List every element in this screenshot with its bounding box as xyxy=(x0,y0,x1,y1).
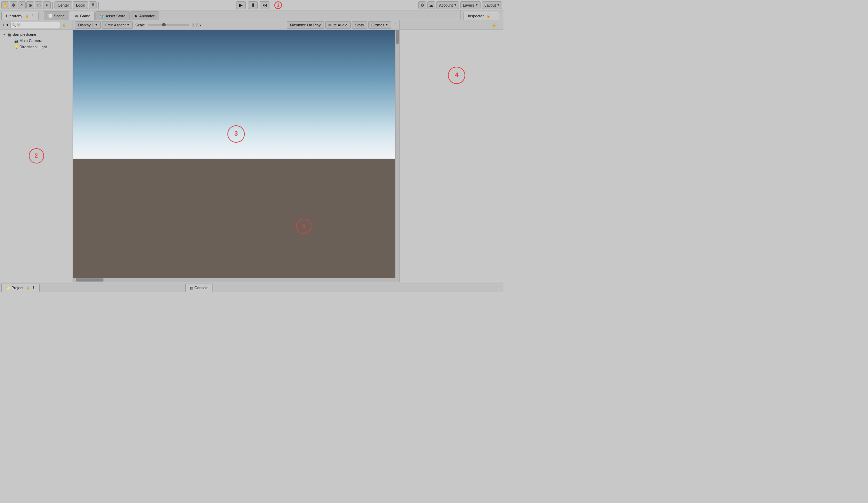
hierarchy-search-placeholder: All xyxy=(17,23,20,27)
rotate-tool-icon[interactable]: ↻ xyxy=(18,1,26,9)
game-toolbar: Display 1 ▼ Free Aspect ▼ Scale 2.25x Ma… xyxy=(73,20,399,30)
settings-icon[interactable]: ⚙ xyxy=(418,1,426,9)
inspector-menu-icon[interactable]: ⋮ xyxy=(492,14,495,18)
hier-scene-item[interactable]: ▼ 🎬 SampleScene xyxy=(0,31,73,37)
asset-store-tab-label: Asset Store xyxy=(106,14,125,18)
game-icon: 🎮 xyxy=(74,14,78,18)
tab-scene[interactable]: ⬜ Scene xyxy=(44,11,69,20)
inspector-more-btn[interactable]: ⋮ xyxy=(498,23,501,27)
play-button[interactable]: ▶ xyxy=(236,1,246,9)
game-tab-label: Game xyxy=(80,14,90,18)
mute-label: Mute Audio xyxy=(328,23,348,27)
display-dropdown-arrow: ▼ xyxy=(95,23,98,26)
layers-label: Layers xyxy=(463,3,474,7)
project-panel: 📁 Project 🔒 ⋮ + ▼ 🔍 ⊞ ⊟ ★ 👁 9 ★ Favorite… xyxy=(0,282,184,292)
light-name-label: Directional Light xyxy=(19,45,47,49)
hierarchy-more-btn[interactable]: ⋮ xyxy=(67,23,70,27)
scene-icon: ⬜ xyxy=(48,14,52,18)
annotation-4: 4 xyxy=(448,67,465,84)
light-icon: 💡 xyxy=(14,45,18,49)
project-tabs: 📁 Project 🔒 ⋮ xyxy=(0,282,184,292)
move-tool-icon[interactable]: ✥ xyxy=(10,1,17,9)
center-label: Center xyxy=(58,3,69,7)
tab-hierarchy[interactable]: Hierarchy 🔒 ⋮ xyxy=(1,12,39,20)
toolbar-right: ⚙ ☁ Account ▼ Layers ▼ Layout ▼ xyxy=(418,1,502,9)
scrollbar-bottom[interactable] xyxy=(73,278,399,282)
scene-tab-label: Scene xyxy=(54,14,65,18)
main-layout: + ▼ 🔍 All 🔒 ⋮ ▼ 🎬 SampleScene 📷 Main Cam… xyxy=(0,20,503,282)
tab-project[interactable]: 📁 Project 🔒 ⋮ xyxy=(1,284,40,292)
layout-dropdown[interactable]: Layout ▼ xyxy=(482,1,502,9)
hierarchy-add-arrow[interactable]: ▼ xyxy=(6,23,9,27)
hier-camera-item[interactable]: 📷 Main Camera xyxy=(0,37,73,44)
cloud-icon[interactable]: ☁ xyxy=(427,1,435,9)
camera-name-label: Main Camera xyxy=(19,39,42,43)
tab-inspector[interactable]: Inspector 🔒 ⋮ xyxy=(464,12,500,20)
local-label: Local xyxy=(76,3,85,7)
gizmos-dropdown-arrow: ▼ xyxy=(385,23,388,26)
hierarchy-panel: + ▼ 🔍 All 🔒 ⋮ ▼ 🎬 SampleScene 📷 Main Cam… xyxy=(0,20,73,282)
hier-light-item[interactable]: 💡 Directional Light xyxy=(0,44,73,50)
display-dropdown[interactable]: Display 1 ▼ xyxy=(75,21,101,29)
top-toolbar: ✋ ✥ ↻ ⊕ ▭ ✦ Center Local # ▶ ⏸ ⏭ 1 ⚙ ☁ A… xyxy=(0,0,503,10)
inspector-lock-btn[interactable]: 🔒 xyxy=(492,23,496,27)
hand-tool-icon[interactable]: ✋ xyxy=(1,1,9,9)
scale-slider[interactable] xyxy=(148,24,189,26)
toolbar-sep-2 xyxy=(98,2,99,9)
inspector-tab-label: Inspector xyxy=(468,14,484,18)
project-tab-label: Project xyxy=(11,286,23,290)
hierarchy-lock-btn[interactable]: 🔒 xyxy=(62,23,66,27)
maximize-on-play-btn[interactable]: Maximize On Play xyxy=(287,21,324,29)
tab-animator[interactable]: ▶ Animator xyxy=(131,11,159,20)
scene-expand-arrow: ▼ xyxy=(3,33,6,36)
hierarchy-header: + ▼ 🔍 All 🔒 ⋮ xyxy=(0,20,73,30)
layout-label: Layout xyxy=(484,3,496,7)
scale-label: Scale xyxy=(135,23,145,27)
pause-button[interactable]: ⏸ xyxy=(248,1,258,9)
game-tab-menu[interactable]: ⋮ xyxy=(456,16,459,20)
hierarchy-tab-label: Hierarchy xyxy=(6,14,22,18)
extra-tool-icon[interactable]: # xyxy=(89,1,97,9)
project-lock-icon[interactable]: 🔒 xyxy=(26,286,30,290)
hierarchy-add-button[interactable]: + xyxy=(2,23,5,27)
game-view: Display 1 ▼ Free Aspect ▼ Scale 2.25x Ma… xyxy=(73,20,399,282)
tab-asset-store[interactable]: 🏪 Asset Store xyxy=(95,11,130,20)
tabs-row: Hierarchy 🔒 ⋮ ⬜ Scene 🎮 Game 🏪 Asset Sto… xyxy=(0,10,503,20)
gizmos-dropdown[interactable]: Gizmos ▼ xyxy=(368,21,391,29)
hierarchy-search-input[interactable]: 🔍 All xyxy=(10,22,60,28)
scale-value: 2.25x xyxy=(192,23,201,27)
transform-tool-icon[interactable]: ✦ xyxy=(43,1,51,9)
scale-tool-icon[interactable]: ⊕ xyxy=(26,1,34,9)
stats-btn[interactable]: Stats xyxy=(352,21,367,29)
center-button[interactable]: Center xyxy=(55,1,72,9)
game-view-menu[interactable]: ⋮ xyxy=(394,23,397,27)
game-sky xyxy=(73,30,399,166)
console-more-btn[interactable]: ⋮ xyxy=(498,288,501,292)
toolbar-sep-1 xyxy=(52,2,53,9)
console-icon: ▤ xyxy=(190,286,193,290)
animator-tab-label: Animator xyxy=(139,14,155,18)
mute-audio-btn[interactable]: Mute Audio xyxy=(325,21,351,29)
hierarchy-menu-icon[interactable]: ⋮ xyxy=(31,14,34,18)
inspector-header: 🔒 ⋮ xyxy=(400,20,503,30)
stats-label: Stats xyxy=(355,23,364,27)
project-more-icon[interactable]: ⋮ xyxy=(32,286,35,290)
console-panel: ▤ Console ⋮ Clear ▼ Collapse Error Pause… xyxy=(184,282,503,292)
camera-icon: 📷 xyxy=(14,39,18,43)
scale-slider-thumb xyxy=(162,23,166,26)
scene-name-label: SampleScene xyxy=(12,32,36,36)
account-dropdown[interactable]: Account ▼ xyxy=(436,1,459,9)
aspect-dropdown[interactable]: Free Aspect ▼ xyxy=(102,21,133,29)
game-canvas[interactable]: 3 xyxy=(73,30,399,278)
aspect-dropdown-arrow: ▼ xyxy=(127,23,130,26)
tab-console[interactable]: ▤ Console xyxy=(185,284,213,292)
step-button[interactable]: ⏭ xyxy=(260,1,269,9)
local-button[interactable]: Local xyxy=(73,1,88,9)
console-tab-label: Console xyxy=(194,286,208,290)
scrollbar-right[interactable] xyxy=(395,30,399,278)
hierarchy-content: ▼ 🎬 SampleScene 📷 Main Camera 💡 Directio… xyxy=(0,30,73,282)
tab-game[interactable]: 🎮 Game xyxy=(70,12,95,20)
maximize-label: Maximize On Play xyxy=(290,23,321,27)
layers-dropdown[interactable]: Layers ▼ xyxy=(460,1,481,9)
rect-tool-icon[interactable]: ▭ xyxy=(35,1,42,9)
